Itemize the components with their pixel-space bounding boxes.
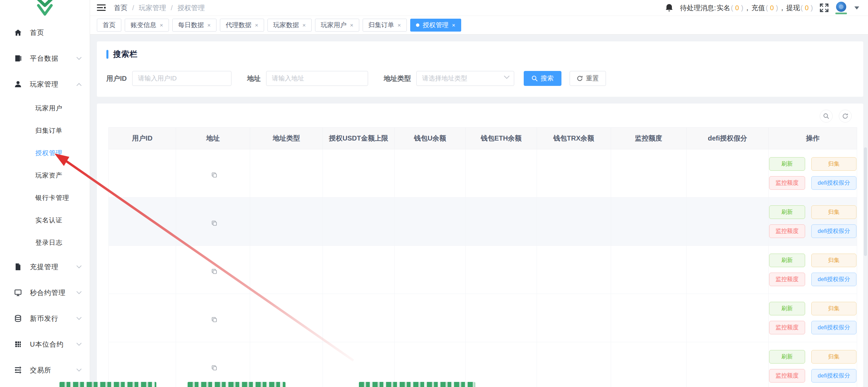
close-icon[interactable]: × [160, 22, 163, 28]
sidebar-subitem-归集订单[interactable]: 归集订单 [0, 119, 90, 142]
defi-auth-button[interactable]: defi授权假分 [811, 224, 856, 238]
tab-label: 归集订单 [368, 21, 394, 30]
table-scrollbar[interactable] [864, 147, 867, 387]
copy-icon[interactable] [211, 365, 217, 371]
copy-icon[interactable] [211, 172, 217, 178]
sidebar-item-label: 充提管理 [30, 262, 76, 272]
sidebar-item-1[interactable]: 平台数据 [0, 45, 90, 71]
breadcrumb-player-mgmt[interactable]: 玩家管理 [139, 3, 166, 13]
cell-u-balance [395, 198, 466, 246]
content: 搜索栏 用户ID 地址 地址类型 [90, 35, 868, 387]
defi-auth-button[interactable]: defi授权假分 [811, 176, 856, 190]
refresh-icon [577, 75, 583, 81]
column-header-7: 监控额度 [611, 128, 686, 149]
address-input[interactable] [266, 71, 368, 86]
breadcrumb-home[interactable]: 首页 [114, 3, 127, 13]
close-icon[interactable]: × [398, 22, 401, 28]
sidebar-item-6[interactable]: U本位合约 [0, 331, 90, 357]
fullscreen-icon[interactable] [820, 3, 829, 12]
tab-首页[interactable]: 首页 [97, 19, 121, 32]
refresh-button[interactable]: 刷新 [769, 157, 805, 171]
close-icon[interactable]: × [255, 22, 258, 28]
monitor-quota-button[interactable]: 监控额度 [769, 176, 805, 190]
scrollbar-thumb[interactable] [864, 147, 867, 256]
cell-actions: 刷新归集监控额度defi授权假分 [769, 294, 857, 342]
table-search-tool-button[interactable] [820, 110, 833, 123]
sidebar-subitem-银行卡管理[interactable]: 银行卡管理 [0, 187, 90, 209]
cell-actions: 刷新归集监控额度defi授权假分 [769, 246, 857, 294]
search-panel-title-text: 搜索栏 [113, 49, 138, 59]
sidebar-subitem-label: 玩家资产 [35, 171, 63, 180]
tab-账变信息[interactable]: 账变信息× [125, 19, 169, 32]
collect-button[interactable]: 归集 [811, 350, 856, 364]
user-id-input[interactable] [132, 71, 231, 86]
sidebar-item-3[interactable]: 充提管理 [0, 254, 90, 280]
search-button[interactable]: 搜索 [524, 71, 561, 86]
copy-icon[interactable] [211, 269, 217, 274]
copy-icon[interactable] [211, 317, 217, 322]
defi-auth-button[interactable]: defi授权假分 [811, 369, 856, 383]
cell-address [176, 294, 250, 342]
close-icon[interactable]: × [452, 22, 455, 28]
sidebar-subitem-玩家资产[interactable]: 玩家资产 [0, 164, 90, 187]
monitor-quota-button[interactable]: 监控额度 [769, 369, 805, 383]
tab-归集订单[interactable]: 归集订单× [363, 19, 407, 32]
collect-button[interactable]: 归集 [811, 254, 856, 267]
sidebar-subitem-实名认证[interactable]: 实名认证 [0, 209, 90, 232]
sidebar-item-7[interactable]: 交易所 [0, 357, 90, 383]
sidebar-subitem-label: 归集订单 [35, 126, 63, 135]
column-header-3: 授权USDT金额上限 [323, 128, 394, 149]
sidebar-subitem-登录日志[interactable]: 登录日志 [0, 232, 90, 254]
collect-button[interactable]: 归集 [811, 157, 856, 171]
row-actions: 刷新归集监控额度defi授权假分 [769, 350, 857, 383]
cell-eth-balance [466, 294, 537, 342]
sidebar-subitem-label: 银行卡管理 [35, 194, 69, 202]
close-icon[interactable]: × [207, 22, 211, 28]
refresh-button[interactable]: 刷新 [769, 205, 805, 219]
monitor-quota-button[interactable]: 监控额度 [769, 321, 805, 334]
copy-icon[interactable] [211, 220, 217, 226]
address-type-select[interactable] [416, 71, 514, 86]
column-header-6: 钱包TRX余额 [537, 128, 611, 149]
cell-defi-flag [686, 294, 768, 342]
sidebar-item-2[interactable]: 玩家管理 [0, 71, 90, 97]
defi-auth-button[interactable]: defi授权假分 [811, 321, 856, 334]
user-menu-caret-icon[interactable] [854, 6, 859, 10]
defi-auth-button[interactable]: defi授权假分 [811, 273, 856, 286]
sidebar-item-label: 平台数据 [30, 54, 76, 63]
address-type-group: 地址类型 [384, 71, 514, 86]
sidebar-subitem-玩家用户[interactable]: 玩家用户 [0, 97, 90, 119]
tab-每日数据[interactable]: 每日数据× [172, 19, 216, 32]
table-refresh-tool-button[interactable] [839, 110, 852, 123]
collect-button[interactable]: 归集 [811, 205, 856, 219]
sidebar-fold-icon[interactable] [97, 4, 106, 12]
sidebar-item-5[interactable]: 新币发行 [0, 306, 90, 331]
contract-icon [14, 288, 22, 297]
paren: ( [731, 4, 733, 12]
close-icon[interactable]: × [350, 22, 353, 28]
paren: ) [741, 4, 743, 12]
refresh-button[interactable]: 刷新 [769, 302, 805, 315]
refresh-button[interactable]: 刷新 [769, 254, 805, 267]
sidebar-item-0[interactable]: 首页 [0, 20, 90, 45]
sidebar-subitem-授权管理[interactable]: 授权管理 [0, 142, 90, 164]
tab-玩家数据[interactable]: 玩家数据× [267, 19, 312, 32]
sidebar-item-4[interactable]: 秒合约管理 [0, 280, 90, 306]
monitor-quota-button[interactable]: 监控额度 [769, 224, 805, 238]
monitor-quota-button[interactable]: 监控额度 [769, 273, 805, 286]
green-watermark-fragment [59, 382, 156, 387]
tab-label: 授权管理 [423, 21, 449, 30]
user-avatar[interactable] [835, 2, 847, 14]
chevron-down-icon [76, 317, 82, 320]
cell-monitor-quota [611, 294, 686, 342]
bell-icon[interactable] [665, 3, 673, 12]
player-icon [14, 80, 22, 89]
close-icon[interactable]: × [302, 22, 306, 28]
column-header-8: defi授权假分 [686, 128, 768, 149]
collect-button[interactable]: 归集 [811, 302, 856, 315]
tab-代理数据[interactable]: 代理数据× [220, 19, 264, 32]
tab-玩家用户[interactable]: 玩家用户× [315, 19, 359, 32]
refresh-button[interactable]: 刷新 [769, 350, 805, 364]
reset-button[interactable]: 重置 [570, 71, 606, 86]
tab-授权管理[interactable]: 授权管理× [410, 19, 461, 32]
